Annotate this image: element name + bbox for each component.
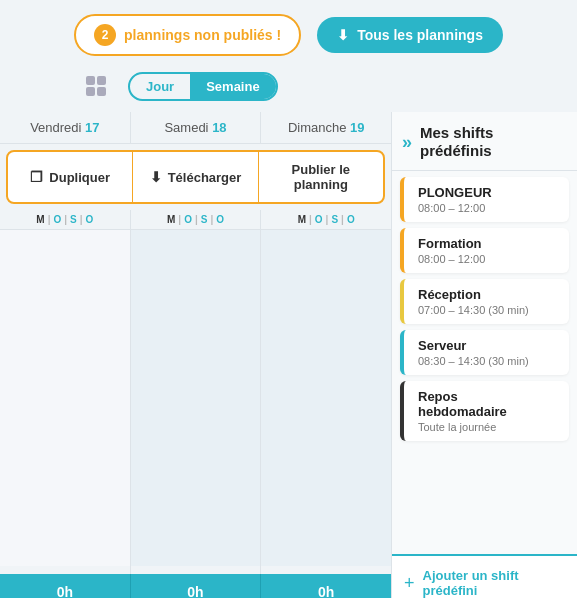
shift-card-formation[interactable]: Formation 08:00 – 12:00 (400, 228, 569, 273)
shift-name-formation: Formation (418, 236, 559, 251)
mo-s-o-vendredi: M | O | S | O (0, 210, 130, 230)
shift-name-plongeur: PLONGEUR (418, 185, 559, 200)
all-plannings-label: Tous les plannings (357, 27, 483, 43)
day-header-dimanche: Dimanche 19 (261, 112, 391, 143)
day-column-samedi: M | O | S | O (131, 210, 262, 574)
unpublished-label: plannings non publiés ! (124, 27, 281, 43)
shift-card-repos[interactable]: Reposhebdomadaire Toute la journée (400, 381, 569, 441)
publish-button[interactable]: Publier le planning (259, 152, 383, 202)
main-layout: Vendredi 17 Samedi 18 Dimanche 19 ❐ Dupl… (0, 112, 577, 598)
sidebar: » Mes shiftsprédéfinis PLONGEUR 08:00 – … (392, 112, 577, 598)
unpublished-button[interactable]: 2 plannings non publiés ! (74, 14, 301, 56)
action-bar: ❐ Dupliquer ⬇ Télécharger Publier le pla… (6, 150, 385, 204)
unpublished-badge: 2 (94, 24, 116, 46)
sidebar-header: » Mes shiftsprédéfinis (392, 112, 577, 171)
grid-icon (86, 76, 106, 96)
shift-time-reception: 07:00 – 14:30 (30 min) (418, 304, 559, 316)
shift-name-repos: Reposhebdomadaire (418, 389, 559, 419)
day-num-dimanche: 19 (350, 120, 364, 135)
toolbar: Jour Semaine (0, 70, 577, 112)
sidebar-title: Mes shiftsprédéfinis (420, 124, 493, 160)
day-week-toggle: Jour Semaine (128, 72, 278, 101)
shift-list: PLONGEUR 08:00 – 12:00 Formation 08:00 –… (392, 171, 577, 550)
day-columns: M | O | S | O M | O | S | O (0, 210, 391, 574)
day-footer: 0h 0h 0h (0, 574, 391, 598)
duplicate-label: Dupliquer (49, 170, 110, 185)
day-column-dimanche: M | O | S | O (261, 210, 391, 574)
day-body-vendredi[interactable] (0, 230, 130, 566)
day-num-vendredi: 17 (85, 120, 99, 135)
day-header-samedi: Samedi 18 (131, 112, 262, 143)
publish-label: Publier le planning (265, 162, 377, 192)
header: 2 plannings non publiés ! ⬇ Tous les pla… (0, 0, 577, 70)
day-total-samedi: 0h (131, 574, 262, 598)
day-headers: Vendredi 17 Samedi 18 Dimanche 19 (0, 112, 391, 144)
day-num-samedi: 18 (212, 120, 226, 135)
download-button[interactable]: ⬇ Télécharger (133, 152, 258, 202)
day-total-vendredi: 0h (0, 574, 131, 598)
day-label-vendredi: Vendredi (30, 120, 85, 135)
shift-card-serveur[interactable]: Serveur 08:30 – 14:30 (30 min) (400, 330, 569, 375)
day-label-dimanche: Dimanche (288, 120, 350, 135)
shift-time-plongeur: 08:00 – 12:00 (418, 202, 559, 214)
mo-s-o-dimanche: M | O | S | O (261, 210, 391, 230)
sidebar-collapse-icon[interactable]: » (402, 132, 412, 153)
download-label: Télécharger (168, 170, 242, 185)
plus-icon: + (404, 573, 415, 594)
shift-card-reception[interactable]: Réception 07:00 – 14:30 (30 min) (400, 279, 569, 324)
duplicate-icon: ❐ (30, 169, 43, 185)
duplicate-button[interactable]: ❐ Dupliquer (8, 152, 133, 202)
day-header-vendredi: Vendredi 17 (0, 112, 131, 143)
mo-s-o-samedi: M | O | S | O (131, 210, 261, 230)
add-shift-label: Ajouter un shiftprédéfini (423, 568, 519, 598)
shift-card-plongeur[interactable]: PLONGEUR 08:00 – 12:00 (400, 177, 569, 222)
day-body-samedi[interactable] (131, 230, 261, 566)
all-plannings-button[interactable]: ⬇ Tous les plannings (317, 17, 503, 53)
shift-name-serveur: Serveur (418, 338, 559, 353)
day-total-dimanche: 0h (261, 574, 391, 598)
shift-time-serveur: 08:30 – 14:30 (30 min) (418, 355, 559, 367)
add-shift-button[interactable]: + Ajouter un shiftprédéfini (392, 554, 577, 598)
grid-view-toggle[interactable] (76, 70, 116, 102)
shift-name-reception: Réception (418, 287, 559, 302)
day-body-dimanche[interactable] (261, 230, 391, 566)
semaine-button[interactable]: Semaine (190, 74, 275, 99)
day-label-samedi: Samedi (164, 120, 212, 135)
download-icon: ⬇ (337, 27, 349, 43)
calendar-area: Vendredi 17 Samedi 18 Dimanche 19 ❐ Dupl… (0, 112, 392, 598)
shift-time-formation: 08:00 – 12:00 (418, 253, 559, 265)
day-column-vendredi: M | O | S | O (0, 210, 131, 574)
jour-button[interactable]: Jour (130, 74, 190, 99)
download-icon: ⬇ (150, 169, 162, 185)
shift-time-repos: Toute la journée (418, 421, 559, 433)
